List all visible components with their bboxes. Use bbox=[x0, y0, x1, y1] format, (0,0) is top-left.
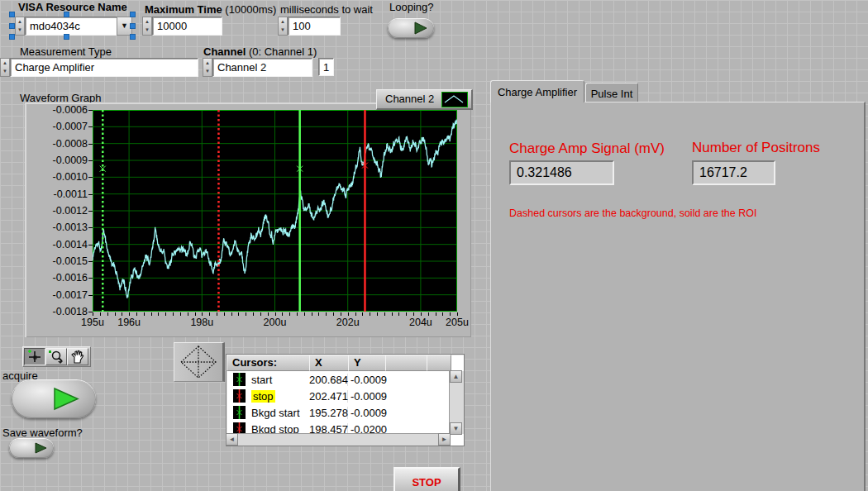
x-axis-minor-tick bbox=[275, 312, 276, 316]
x-axis-minor-tick bbox=[406, 312, 407, 316]
visa-resource-input[interactable]: mdo4034c bbox=[25, 17, 117, 36]
pan-tool-button[interactable] bbox=[67, 348, 88, 365]
x-axis-minor-tick bbox=[224, 312, 225, 316]
channel-spinner[interactable]: ▲▼ bbox=[203, 58, 212, 77]
y-axis-tick bbox=[88, 126, 93, 127]
x-axis-minor-tick bbox=[195, 312, 196, 316]
x-axis-minor-tick bbox=[377, 312, 378, 316]
cursor-table-header-blank bbox=[385, 355, 427, 371]
cursor-row-y: -0.0009 bbox=[348, 374, 385, 386]
x-axis-minor-tick bbox=[428, 312, 429, 316]
cursor-note-text: Dashed cursors are the background, soild… bbox=[509, 207, 756, 219]
cursor-row-name: Bkgd start bbox=[251, 407, 309, 419]
y-axis-tick-label: -0.0007 bbox=[30, 121, 88, 132]
cursor-row-bkgd-start[interactable]: Bkgd start195.278-0.0009 bbox=[227, 404, 464, 421]
waveform-plot-area[interactable] bbox=[93, 110, 457, 312]
y-axis-tick-label: -0.0018 bbox=[30, 306, 88, 317]
y-axis-tick-label: -0.0017 bbox=[30, 289, 88, 301]
ms-wait-spinner[interactable]: ▲▼ bbox=[278, 17, 288, 36]
channel-ring[interactable]: Channel 2 bbox=[212, 58, 312, 77]
x-axis-minor-tick bbox=[333, 312, 334, 316]
x-axis-minor-tick bbox=[231, 312, 232, 316]
y-axis-tick-label: -0.0011 bbox=[30, 188, 88, 200]
visa-io-icon[interactable]: ▲▼ bbox=[15, 17, 25, 36]
zoom-tool-button[interactable] bbox=[45, 348, 67, 365]
selection-handle[interactable] bbox=[130, 34, 136, 40]
y-axis-tick-label: -0.0008 bbox=[30, 138, 88, 150]
channel-index-value[interactable]: 1 bbox=[318, 58, 334, 76]
number-of-positrons-label: Number of Positrons bbox=[692, 140, 820, 156]
ms-wait-label: milliseconds to wait bbox=[280, 3, 373, 16]
selection-handle[interactable] bbox=[130, 23, 136, 29]
channel-label: Channel (0: Channel 1) bbox=[203, 45, 317, 58]
looping-arrow-icon bbox=[388, 18, 434, 38]
x-axis-minor-tick bbox=[370, 312, 370, 316]
x-axis-minor-tick bbox=[115, 312, 116, 316]
selection-handle[interactable] bbox=[9, 23, 15, 29]
x-axis-minor-tick bbox=[246, 312, 246, 316]
scroll-left-icon[interactable]: ◄ bbox=[226, 433, 238, 446]
tab-pulse-int[interactable]: Pulse Int bbox=[585, 83, 638, 102]
x-axis-minor-tick bbox=[436, 312, 436, 316]
x-axis-minor-tick bbox=[384, 312, 385, 316]
measurement-type-spinner[interactable]: ▲▼ bbox=[0, 58, 10, 77]
selection-handle[interactable] bbox=[9, 34, 15, 40]
y-axis-tick bbox=[88, 160, 93, 161]
y-axis-tick-label: -0.0010 bbox=[30, 171, 88, 183]
x-axis-minor-tick bbox=[107, 312, 108, 316]
selection-handle[interactable] bbox=[64, 12, 69, 17]
cursor-table-vscrollbar[interactable]: ▲ ▼ bbox=[449, 371, 464, 434]
plot-legend[interactable]: Channel 2 bbox=[376, 89, 473, 110]
scroll-up-icon[interactable]: ▲ bbox=[450, 370, 462, 383]
x-axis-tick-label: 195u bbox=[81, 317, 104, 328]
x-axis-minor-tick bbox=[158, 312, 159, 316]
x-axis-tick-label: 200u bbox=[264, 317, 287, 328]
measurement-type-ring[interactable]: Charge Amplifier bbox=[10, 58, 198, 77]
selection-handle[interactable] bbox=[64, 34, 69, 40]
x-axis-minor-tick bbox=[450, 312, 451, 316]
x-axis-minor-tick bbox=[151, 312, 152, 316]
cursor-row-start[interactable]: start200.684-0.0009 bbox=[227, 371, 464, 388]
front-panel: VISA Resource Name ▲▼ mdo4034c ▼ Maximum… bbox=[0, 0, 868, 491]
save-waveform-toggle-button[interactable] bbox=[9, 438, 54, 458]
save-arrow-icon bbox=[9, 438, 54, 458]
cursor-table-header-blank bbox=[427, 355, 451, 371]
x-axis-minor-tick bbox=[253, 312, 254, 316]
cursor-row-y: -0.0009 bbox=[348, 407, 385, 419]
x-axis-minor-tick bbox=[268, 312, 269, 316]
y-axis-tick bbox=[88, 144, 93, 145]
x-axis-minor-tick bbox=[180, 312, 181, 316]
x-axis-minor-tick bbox=[312, 312, 312, 316]
tab-charge-amplifier[interactable]: Charge Amplifier bbox=[490, 80, 584, 102]
x-axis-tick-label: 196u bbox=[117, 317, 141, 328]
cursor-table-hscrollbar[interactable]: ◄ ► bbox=[227, 433, 450, 446]
cursor-row-stop[interactable]: stop202.471-0.0009 bbox=[227, 388, 464, 404]
max-time-input[interactable]: 10000 bbox=[152, 17, 222, 36]
cursor-table-header-x: X bbox=[309, 355, 349, 371]
x-axis-minor-tick bbox=[398, 312, 399, 316]
x-axis-minor-tick bbox=[209, 312, 210, 316]
max-time-spinner[interactable]: ▲▼ bbox=[142, 17, 152, 36]
x-axis-minor-tick bbox=[304, 312, 305, 316]
y-axis-tick bbox=[88, 227, 93, 228]
ms-wait-input[interactable]: 100 bbox=[288, 17, 341, 36]
x-axis-minor-tick bbox=[202, 312, 203, 316]
acquire-button[interactable] bbox=[12, 379, 96, 418]
selection-handle[interactable] bbox=[130, 12, 136, 17]
cursor-legend-table[interactable]: Cursors: X Y start200.684-0.0009stop202.… bbox=[226, 354, 465, 446]
selection-handle[interactable] bbox=[9, 12, 15, 17]
x-axis-minor-tick bbox=[326, 312, 327, 316]
cursor-table-header-y: Y bbox=[348, 355, 386, 371]
y-axis-tick-label: -0.0009 bbox=[30, 155, 88, 166]
looping-toggle-button[interactable] bbox=[388, 18, 434, 38]
x-axis-minor-tick bbox=[289, 312, 290, 316]
y-axis-tick bbox=[88, 177, 93, 178]
scroll-down-icon[interactable]: ▼ bbox=[450, 422, 462, 435]
y-axis-tick-label: -0.0006 bbox=[30, 104, 88, 116]
scroll-right-icon[interactable]: ► bbox=[438, 433, 451, 446]
cursor-tool-button[interactable] bbox=[24, 348, 45, 365]
cursor-row-icon bbox=[233, 406, 246, 419]
cursor-mover-control[interactable] bbox=[174, 342, 225, 382]
cursor-row-icon bbox=[233, 389, 246, 403]
stop-button[interactable]: STOP bbox=[393, 467, 460, 491]
